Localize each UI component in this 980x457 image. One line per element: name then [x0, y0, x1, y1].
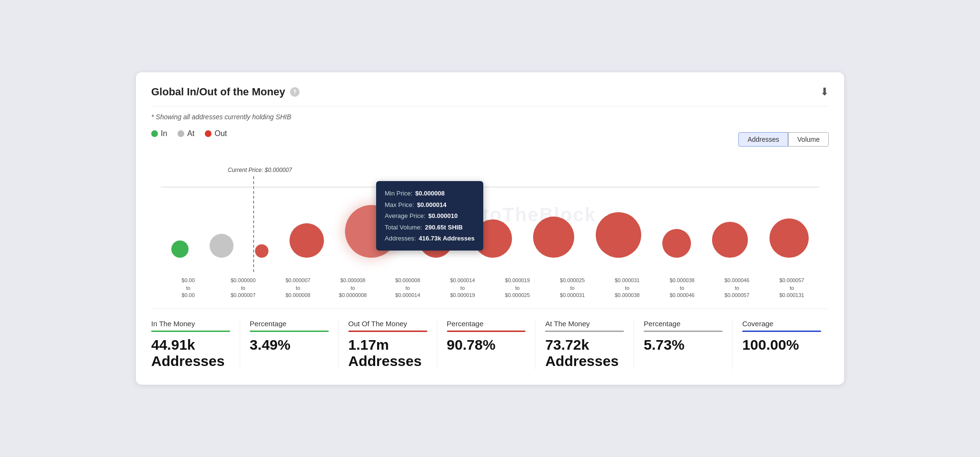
axis-label-2: $0.000007to$0.000008: [270, 277, 325, 299]
stat-block-5: Percentage5.73%: [636, 320, 730, 369]
legend-row: In At Out: [151, 129, 227, 138]
stat-header-5: Percentage: [644, 320, 723, 328]
stat-header-3: Percentage: [447, 320, 526, 328]
bubbles-row: [151, 181, 829, 258]
axis-label-11: $0.000057to$0.000131: [764, 277, 819, 299]
legend-out: Out: [205, 129, 227, 138]
tooltip-volume-label: Total Volume:: [385, 222, 422, 233]
download-icon[interactable]: ⬇: [820, 86, 829, 98]
bubble-7: [533, 217, 574, 258]
toggle-addresses[interactable]: Addresses: [738, 132, 788, 147]
current-price-label: Current Price: $0.000007: [228, 167, 292, 173]
axis-label-4: $0.000008to$0.000014: [380, 277, 435, 299]
stat-value-6: 100.00%: [742, 337, 821, 353]
stat-header-2: Out Of The Money: [348, 320, 427, 328]
stat-divider-5: [732, 320, 733, 369]
toggle-buttons: Addresses Volume: [738, 132, 829, 147]
stat-value-1: 3.49%: [250, 337, 329, 353]
stat-block-0: In The Money44.91k Addresses: [151, 320, 238, 369]
legend-in: In: [151, 129, 167, 138]
stat-underline-1: [250, 331, 329, 332]
stat-value-4: 73.72k Addresses: [545, 337, 624, 369]
tooltip-avg-value: $0.000010: [428, 210, 457, 221]
stat-divider-3: [535, 320, 535, 369]
tooltip-max-label: Max Price:: [385, 199, 414, 210]
tooltip-min-label: Min Price:: [385, 188, 412, 199]
stat-underline-5: [644, 331, 723, 332]
axis-label-9: $0.000038to$0.000046: [655, 277, 710, 299]
bubble-8: [596, 212, 641, 258]
legend-dot-in: [151, 130, 158, 137]
legend-label-in: In: [161, 129, 167, 138]
stat-underline-0: [151, 331, 230, 332]
axis-label-10: $0.000046to$0.000057: [710, 277, 765, 299]
axis-label-3: $0.000008to$0.0000008: [325, 277, 380, 299]
axis-label-8: $0.000031to$0.000038: [600, 277, 655, 299]
title-row: Global In/Out of the Money ?: [151, 86, 300, 98]
tooltip-min-value: $0.000008: [415, 188, 445, 199]
stat-header-1: Percentage: [250, 320, 329, 328]
help-icon[interactable]: ?: [290, 87, 300, 97]
tooltip-avg-label: Average Price:: [385, 210, 425, 221]
stat-value-2: 1.17m Addresses: [348, 337, 427, 369]
stat-block-4: At The Money73.72k Addresses: [537, 320, 632, 369]
stat-divider-1: [338, 320, 339, 369]
stat-underline-6: [742, 331, 821, 332]
tooltip-addresses-value: 416.73k Addresses: [419, 233, 475, 244]
toggle-volume[interactable]: Volume: [788, 132, 829, 147]
stat-header-6: Coverage: [742, 320, 821, 328]
stat-block-6: Coverage100.00%: [735, 320, 829, 369]
main-card: Global In/Out of the Money ? ⬇ * Showing…: [136, 72, 844, 384]
bubble-2: [255, 244, 268, 258]
stat-divider-2: [437, 320, 437, 369]
stat-underline-2: [348, 331, 427, 332]
axis-label-0: $0.00to$0.00: [161, 277, 216, 299]
tooltip: Min Price: $0.000008 Max Price: $0.00001…: [376, 181, 483, 251]
stat-header-4: At The Money: [545, 320, 624, 328]
stats-row: In The Money44.91k AddressesPercentage3.…: [151, 308, 829, 369]
bubble-9: [662, 229, 691, 258]
chart-area: Current Price: $0.000007 IntoTheBlock Mi…: [151, 157, 829, 272]
stat-value-3: 90.78%: [447, 337, 526, 353]
axis-label-5: $0.000014to$0.000019: [435, 277, 490, 299]
legend-label-at: At: [187, 129, 194, 138]
stat-divider-4: [634, 320, 634, 369]
card-header: Global In/Out of the Money ? ⬇: [151, 86, 829, 98]
stat-block-3: Percentage90.78%: [439, 320, 534, 369]
stat-underline-3: [447, 331, 526, 332]
axis-label-6: $0.000019to$0.000025: [490, 277, 545, 299]
stat-divider-0: [240, 320, 240, 369]
axis-label-1: $0.000000to$0.000007: [216, 277, 271, 299]
bubble-10: [712, 222, 748, 258]
stat-header-0: In The Money: [151, 320, 230, 328]
stat-value-5: 5.73%: [644, 337, 723, 353]
bubble-3: [290, 223, 324, 258]
card-title: Global In/Out of the Money: [151, 86, 285, 98]
stat-block-2: Out Of The Money1.17m Addresses: [341, 320, 435, 369]
legend-dot-at: [178, 130, 184, 137]
tooltip-max-value: $0.000014: [417, 199, 446, 210]
stat-underline-4: [545, 331, 624, 332]
axis-label-7: $0.000025to$0.000031: [545, 277, 600, 299]
bubble-0: [171, 240, 189, 258]
stat-block-1: Percentage3.49%: [242, 320, 336, 369]
legend-at: At: [178, 129, 194, 138]
legend-dot-out: [205, 130, 212, 137]
tooltip-addresses-label: Addresses:: [385, 233, 416, 244]
axis-row: $0.00to$0.00$0.000000to$0.000007$0.00000…: [151, 277, 829, 299]
subtitle: * Showing all addresses currently holdin…: [151, 106, 829, 121]
stat-value-0: 44.91k Addresses: [151, 337, 230, 369]
tooltip-volume-value: 290.65t SHIB: [425, 222, 463, 233]
bubble-1: [210, 234, 234, 258]
legend-label-out: Out: [214, 129, 227, 138]
bubble-11: [769, 218, 809, 258]
